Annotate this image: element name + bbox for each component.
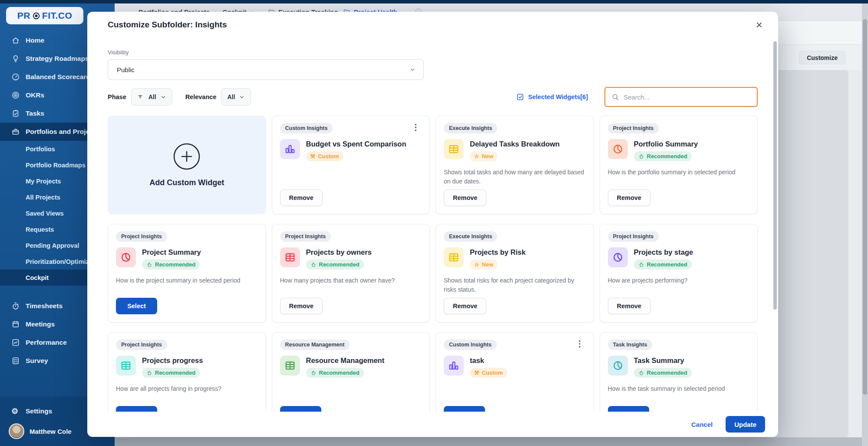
relevance-value: All — [227, 93, 235, 100]
card-top-row: Execute Insights — [444, 123, 586, 133]
sidebar-item-label: My Projects — [26, 178, 61, 185]
card-action-button[interactable] — [444, 406, 485, 412]
gear-icon: ⚙ — [11, 407, 20, 416]
widget-card-project-summary: Project Insights Project Summary Recomme… — [108, 224, 266, 323]
calendar-icon — [11, 320, 20, 329]
widget-card-task-summary: Task Insights Task Summary Recommended H… — [600, 332, 758, 412]
card-main-row: Task Summary Recommended — [608, 356, 750, 378]
selected-widgets-label: Selected Widgets[6] — [528, 93, 588, 100]
card-top-row: Project Insights — [608, 123, 750, 133]
widget-title: Projects by stage — [634, 247, 693, 256]
widget-card-delayed-tasks-breakdown: Execute Insights Delayed Tasks Breakdown… — [436, 116, 594, 214]
kebab-menu-icon[interactable]: ⋮ — [410, 123, 422, 131]
card-main-row: Projects by stage Recommended — [608, 247, 750, 270]
widget-title: Project Summary — [142, 247, 201, 256]
widget-title: Projects progress — [142, 356, 203, 365]
close-icon[interactable]: × — [752, 18, 766, 31]
sidebar-item-label: Requests — [26, 226, 54, 233]
category-badge: Custom Insights — [444, 339, 497, 350]
card-main-row: Budget vs Spent Comparison ⚒Custom — [280, 139, 422, 161]
card-top-row: Task Insights — [608, 339, 750, 350]
checkbox-checked-icon — [516, 93, 524, 101]
recommended-badge: Recommended — [634, 368, 692, 378]
sidebar-item-label: Home — [26, 37, 44, 44]
selected-widgets-link[interactable]: Selected Widgets[6] — [516, 93, 588, 101]
remove-button[interactable]: Remove — [444, 298, 486, 314]
target-icon — [11, 91, 20, 100]
sidebar-item-label: Portfolios — [26, 146, 55, 153]
sidebar-item-label: Balanced Scorecard — [26, 73, 90, 81]
phase-label: Phase — [108, 93, 126, 100]
widget-description: Shows total tasks and how many are delay… — [444, 168, 586, 186]
widget-card-projects-by-stage: Project Insights Projects by stage Recom… — [600, 224, 758, 323]
logo-text-left: PR — [17, 10, 30, 21]
recommended-badge: Recommended — [142, 368, 200, 378]
phase-filter-dropdown[interactable]: All — [131, 88, 172, 106]
cancel-button[interactable]: Cancel — [691, 421, 713, 428]
widget-card-budget-vs-spent-comparison: Custom Insights ⋮ Budget vs Spent Compar… — [272, 116, 430, 214]
table-chart-icon — [280, 356, 300, 376]
remove-button[interactable]: Remove — [608, 298, 650, 314]
sidebar-item-label: Survey — [26, 357, 48, 365]
table-chart-icon — [444, 247, 464, 267]
sidebar-item-label: Timesheets — [26, 302, 63, 310]
card-main-row: Resource Management Recommended — [280, 356, 422, 378]
card-action-button[interactable] — [608, 406, 649, 412]
remove-button[interactable]: Remove — [444, 190, 486, 206]
widget-card-projects-progress: Project Insights Projects progress Recom… — [108, 332, 266, 412]
category-badge: Execute Insights — [444, 231, 497, 242]
recommended-badge: Recommended — [634, 151, 692, 161]
card-main-row: Delayed Tasks Breakdown ☆New — [444, 139, 586, 161]
card-main-row: task ⚒Custom — [444, 356, 586, 378]
card-action-button[interactable] — [280, 406, 321, 412]
page-vertical-scrollbar-thumb[interactable] — [863, 19, 867, 395]
sidebar-item-label: OKRs — [26, 91, 44, 99]
kebab-menu-icon[interactable]: ⋮ — [574, 339, 586, 348]
visibility-select[interactable]: Public — [108, 59, 424, 80]
sidebar-item-label: Strategy Roadmaps — [26, 55, 89, 63]
widget-title: Projects by Risk — [470, 247, 525, 256]
recommended-badge: Recommended — [306, 260, 364, 270]
remove-button[interactable]: Remove — [280, 190, 323, 206]
page-vertical-scrollbar[interactable] — [862, 3, 868, 446]
card-top-row: Custom Insights ⋮ — [280, 123, 422, 133]
window-top-strip — [0, 0, 868, 3]
remove-button[interactable]: Remove — [280, 298, 323, 314]
search-box — [604, 87, 758, 107]
search-input[interactable] — [624, 93, 751, 101]
relevance-label: Relevance — [185, 93, 217, 100]
bulb-icon — [11, 54, 20, 63]
card-action-button[interactable] — [116, 406, 157, 412]
plus-circle-icon — [173, 143, 201, 170]
custom-badge: ⚒Custom — [306, 151, 343, 161]
table-chart-icon — [280, 247, 300, 267]
profit-co-logo[interactable]: PR FIT.CO — [6, 7, 83, 24]
briefcase-icon — [11, 127, 20, 136]
card-top-row: Custom Insights ⋮ — [444, 339, 586, 350]
relevance-filter-dropdown[interactable]: All — [221, 88, 251, 106]
sidebar-item-label: Portfolio Roadmaps — [26, 162, 86, 169]
card-main-row: Portfolio Summary Recommended — [608, 139, 750, 161]
custom-badge: ⚒Custom — [470, 368, 507, 378]
filter-icon — [137, 93, 145, 101]
remove-button[interactable]: Remove — [608, 190, 650, 206]
chevron-down-icon — [409, 67, 416, 73]
page-horizontal-scrollbar[interactable] — [115, 437, 862, 446]
widget-description: How many projects that each owner have? — [280, 276, 422, 285]
select-button[interactable]: Select — [116, 298, 157, 314]
category-badge: Task Insights — [608, 339, 653, 350]
recommended-badge: Recommended — [634, 260, 692, 270]
widget-title: Resource Management — [306, 356, 385, 365]
new-badge: ☆New — [470, 260, 498, 270]
widget-card-resource-management: Resource Management Resource Management … — [272, 332, 430, 412]
card-top-row: Project Insights — [116, 231, 258, 242]
widget-description: How is the task summary in selected peri… — [608, 384, 750, 393]
add-custom-widget-card[interactable]: Add Custom Widget — [108, 116, 266, 214]
update-button[interactable]: Update — [726, 416, 765, 433]
modal-scrollbar-thumb[interactable] — [773, 41, 777, 310]
modal-body: Visibility Public Phase All Relevance Al… — [87, 38, 778, 412]
logo-text-right: FIT.CO — [42, 10, 73, 21]
stopwatch-icon — [11, 302, 20, 310]
customize-button[interactable]: Customize — [799, 51, 845, 64]
tasks-icon — [11, 109, 20, 118]
